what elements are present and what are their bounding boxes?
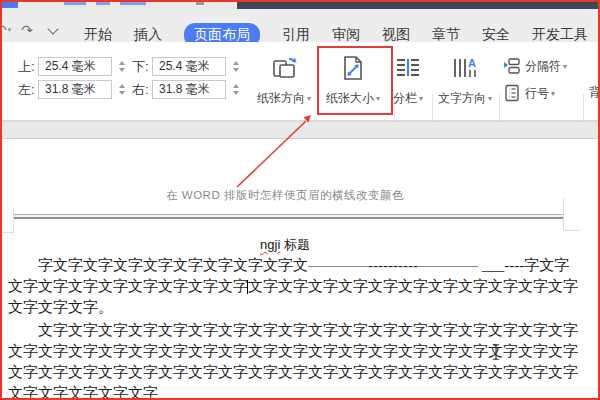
paragraph: 字文字文字文字文字文字文字文字文字文————----------———— ___… xyxy=(8,255,580,318)
chevron-down-icon: ▾ xyxy=(488,94,492,103)
margin-mark xyxy=(563,198,564,231)
annotation-box xyxy=(317,46,393,115)
titlebar-fragment xyxy=(120,2,146,5)
breaks-button[interactable]: 分隔符▾ xyxy=(503,57,567,75)
document-heading: ngji 标题 xyxy=(0,236,570,254)
titlebar-fragment xyxy=(196,2,204,5)
tab-view[interactable]: 视图 xyxy=(382,26,410,44)
margin-left-input[interactable] xyxy=(38,80,112,99)
margin-bottom-stepper[interactable] xyxy=(231,57,240,76)
paper-orientation-button[interactable]: 纸张方向▾ xyxy=(251,52,317,107)
breaks-icon xyxy=(503,57,521,75)
quick-access-icons: ↶ ▾ ↷ xyxy=(0,22,57,38)
collapse-ribbon-icon[interactable] xyxy=(47,23,58,34)
tab-review[interactable]: 审阅 xyxy=(332,26,360,44)
chevron-down-icon: ▾ xyxy=(563,62,567,71)
app-logo xyxy=(2,1,18,8)
margin-mark xyxy=(0,232,13,233)
margin-top-label: 上: xyxy=(18,57,35,76)
margin-left-stepper[interactable] xyxy=(117,80,126,99)
text-direction-icon: A xyxy=(449,52,481,84)
paper-orientation-icon xyxy=(268,52,300,84)
titlebar-fragment xyxy=(96,2,110,5)
margin-bottom-input[interactable] xyxy=(152,57,226,76)
tab-security[interactable]: 安全 xyxy=(482,26,510,44)
text-direction-button[interactable]: A 文字方向▾ xyxy=(434,52,496,107)
line-numbers-icon xyxy=(503,84,521,102)
margin-right-label: 右: xyxy=(132,80,149,99)
titlebar-dark-area xyxy=(237,0,600,9)
margin-top-input[interactable] xyxy=(38,57,112,76)
margin-top-stepper[interactable] xyxy=(117,57,126,76)
ribbon: 距▾ 上: 下: 左: 右: 纸张方向▾ 纸张大小▾ xyxy=(0,42,600,121)
titlebar-strip xyxy=(0,0,600,9)
line-numbers-button[interactable]: 行号▾ xyxy=(503,84,555,102)
tab-insert[interactable]: 插入 xyxy=(134,26,162,44)
margin-left-label: 左: xyxy=(18,80,35,99)
background-button-cutoff[interactable]: 背 xyxy=(589,84,600,101)
misspelled-word: ngji xyxy=(260,237,280,252)
chevron-down-icon: ▾ xyxy=(419,94,423,103)
tab-references[interactable]: 引用 xyxy=(282,26,310,44)
document-background xyxy=(0,121,600,138)
undo-caret-icon[interactable]: ▾ xyxy=(8,26,12,34)
tab-dev-tools[interactable]: 开发工具 xyxy=(532,26,588,44)
margin-bottom-label: 下: xyxy=(132,57,149,76)
margin-mark xyxy=(13,207,14,233)
undo-icon[interactable]: ↶ xyxy=(0,22,7,38)
chevron-down-icon: ▾ xyxy=(551,89,555,98)
menubar: ↶ ▾ ↷ 开始 插入 页面布局 引用 审阅 视图 章节 安全 开发工具 特色功… xyxy=(0,9,600,42)
margin-mark xyxy=(563,230,580,231)
header-rule xyxy=(13,214,564,219)
margin-right-input[interactable] xyxy=(152,80,226,99)
text-cursor xyxy=(247,280,248,294)
page-header-text: 在 WORD 排版时怎样使页眉的横线改变颜色 xyxy=(0,188,570,203)
ibeam-cursor-icon xyxy=(490,343,502,361)
tab-section[interactable]: 章节 xyxy=(432,26,460,44)
svg-text:A: A xyxy=(468,57,476,69)
tab-home[interactable]: 开始 xyxy=(84,26,112,44)
redo-icon[interactable]: ↷ xyxy=(21,22,33,38)
document-body[interactable]: 字文字文字文字文字文字文字文字文字文————----------———— ___… xyxy=(8,255,580,400)
columns-icon xyxy=(393,52,423,84)
margin-right-stepper[interactable] xyxy=(231,80,240,99)
chevron-down-icon: ▾ xyxy=(307,94,311,103)
titlebar-fragment xyxy=(64,2,86,5)
